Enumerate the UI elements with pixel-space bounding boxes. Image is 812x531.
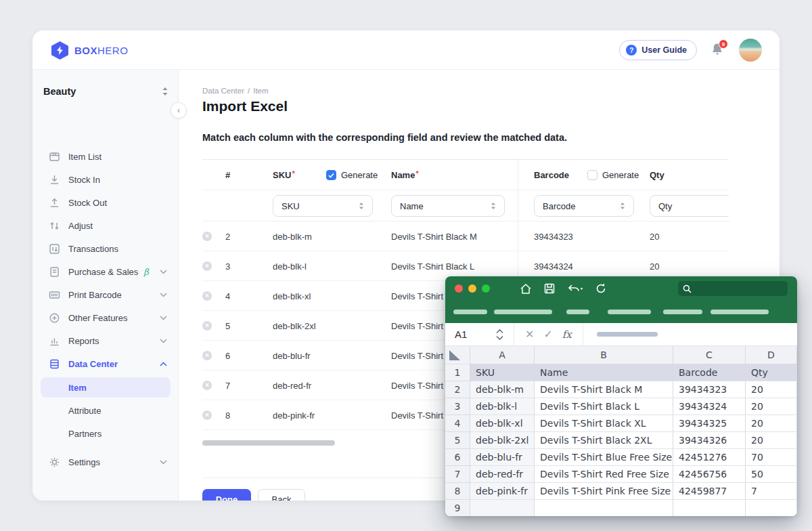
zoom-window-button[interactable] (482, 284, 490, 293)
sidebar-item-transactions[interactable]: Transactions (41, 238, 170, 259)
excel-window[interactable]: A1 ✕ ✓ fx ABCD1SKUNameBarcodeQty2deb-blk… (445, 276, 797, 516)
column-header-C[interactable]: C (673, 346, 746, 364)
sidebar-item-reports[interactable]: Reports (41, 331, 170, 351)
excel-cell-A6[interactable]: deb-blu-fr (470, 449, 535, 466)
barcode-generate-checkbox[interactable]: Generate (587, 160, 639, 190)
excel-cell-D2[interactable]: 20 (746, 381, 797, 398)
select-all-corner[interactable] (445, 346, 470, 364)
sku-generate-checkbox[interactable]: Generate (326, 160, 378, 190)
sidebar-subitem-partners[interactable]: Partners (41, 423, 171, 444)
excel-title-bar[interactable] (445, 276, 797, 301)
ribbon-tab-placeholder[interactable] (453, 310, 487, 314)
excel-cell-A7[interactable]: deb-red-fr (470, 466, 535, 483)
excel-cell-C1[interactable]: Barcode (673, 364, 746, 381)
excel-cell-B8[interactable]: Devils T-Shirt Pink Free Size (535, 483, 673, 500)
row-header-6[interactable]: 6 (445, 449, 470, 466)
excel-cell-D5[interactable]: 20 (746, 432, 797, 449)
cell-reference-box[interactable]: A1 (455, 328, 495, 340)
remove-row-button[interactable]: × (202, 251, 212, 281)
excel-cell-A8[interactable]: deb-pink-fr (470, 483, 535, 500)
insert-function-icon[interactable]: fx (562, 328, 572, 341)
redo-icon[interactable] (595, 283, 606, 294)
excel-cell-D3[interactable]: 20 (746, 398, 797, 415)
ribbon-tab-placeholder[interactable] (566, 310, 589, 314)
avatar[interactable] (739, 39, 762, 62)
column-header-D[interactable]: D (746, 346, 797, 364)
excel-cell-A1[interactable]: SKU (470, 364, 535, 381)
sidebar-item-stock-out[interactable]: Stock Out (41, 192, 170, 213)
excel-cell-C8[interactable]: 42459877 (673, 483, 746, 500)
ribbon-tab-placeholder[interactable] (663, 310, 702, 314)
sidebar-item-settings[interactable]: Settings (41, 452, 170, 472)
sidebar-subitem-attribute[interactable]: Attribute (41, 400, 171, 421)
barcode-field-select[interactable]: Barcode (534, 195, 634, 217)
remove-row-button[interactable]: × (202, 400, 212, 430)
confirm-entry-icon[interactable]: ✓ (543, 328, 552, 341)
cancel-entry-icon[interactable]: ✕ (525, 328, 534, 341)
cell-ref-stepper-icon[interactable] (495, 328, 504, 341)
row-header-1[interactable]: 1 (445, 364, 470, 381)
row-header-5[interactable]: 5 (445, 432, 470, 449)
remove-row-button[interactable]: × (202, 281, 212, 311)
minimize-window-button[interactable] (468, 284, 476, 293)
sidebar-collapse-button[interactable]: ‹ (171, 102, 187, 119)
excel-search-field[interactable] (678, 281, 788, 296)
remove-row-button[interactable]: × (202, 370, 212, 400)
qty-field-select[interactable]: Qty (650, 195, 729, 217)
excel-cell-D8[interactable]: 7 (746, 483, 797, 500)
excel-cell-A3[interactable]: deb-blk-l (470, 398, 535, 415)
sidebar-item-purchase-sales[interactable]: Purchase & Sales β (41, 261, 170, 282)
excel-cell-A4[interactable]: deb-blk-xl (470, 415, 535, 432)
close-window-button[interactable] (455, 284, 463, 293)
excel-cell-C4[interactable]: 39434325 (673, 415, 746, 432)
remove-row-button[interactable]: × (202, 311, 212, 341)
horizontal-scrollbar[interactable] (202, 440, 335, 446)
row-header-2[interactable]: 2 (445, 381, 470, 398)
excel-cell-C3[interactable]: 39434324 (673, 398, 746, 415)
team-switcher[interactable]: Beauty (43, 82, 168, 101)
name-field-select[interactable]: Name (391, 195, 505, 217)
breadcrumb-section[interactable]: Data Center (202, 87, 244, 95)
back-button[interactable]: Back (258, 489, 305, 501)
column-header-B[interactable]: B (535, 346, 673, 364)
excel-cell-D7[interactable]: 50 (746, 466, 797, 483)
excel-cell-C5[interactable]: 39434326 (673, 432, 746, 449)
excel-cell-A9[interactable] (470, 500, 535, 516)
notifications-button[interactable]: 9 (710, 42, 725, 58)
excel-cell-B9[interactable] (535, 500, 673, 516)
breadcrumb-page[interactable]: Item (253, 87, 268, 95)
excel-cell-D1[interactable]: Qty (746, 364, 797, 381)
checkbox-checked[interactable] (326, 170, 336, 180)
sidebar-item-adjust[interactable]: Adjust (41, 215, 170, 236)
row-header-8[interactable]: 8 (445, 483, 470, 500)
excel-cell-C2[interactable]: 39434323 (673, 381, 746, 398)
checkbox-unchecked[interactable] (587, 170, 597, 180)
ribbon-tab-placeholder[interactable] (608, 310, 651, 314)
excel-cell-C9[interactable] (673, 500, 746, 516)
remove-row-button[interactable]: × (202, 221, 212, 251)
row-header-9[interactable]: 9 (445, 500, 470, 516)
boxhero-logo[interactable]: BOXHERO (51, 41, 128, 60)
excel-cell-B3[interactable]: Devils T-Shirt Black L (535, 398, 673, 415)
excel-cell-B2[interactable]: Devils T-Shirt Black M (535, 381, 673, 398)
done-button[interactable]: Done (202, 489, 251, 501)
user-guide-button[interactable]: ? User Guide (619, 40, 697, 60)
sidebar-item-stock-in[interactable]: Stock In (41, 169, 170, 190)
excel-cell-D6[interactable]: 70 (746, 449, 797, 466)
excel-cell-B6[interactable]: Devils T-Shirt Blue Free Size (535, 449, 673, 466)
sidebar-item-other-features[interactable]: Other Features (41, 307, 170, 328)
excel-cell-A5[interactable]: deb-blk-2xl (470, 432, 535, 449)
excel-cell-B4[interactable]: Devils T-Shirt Black XL (535, 415, 673, 432)
row-header-3[interactable]: 3 (445, 398, 470, 415)
excel-cell-A2[interactable]: deb-blk-m (470, 381, 535, 398)
sidebar-item-print-barcode[interactable]: Print Barcode (41, 284, 170, 305)
excel-cell-B5[interactable]: Devils T-Shirt Black 2XL (535, 432, 673, 449)
remove-row-button[interactable]: × (202, 341, 212, 370)
excel-cell-D9[interactable] (746, 500, 797, 516)
undo-icon[interactable] (567, 284, 583, 294)
excel-cell-C6[interactable]: 42451276 (673, 449, 746, 466)
row-header-4[interactable]: 4 (445, 415, 470, 432)
excel-cell-B7[interactable]: Devils T-Shirt Red Free Size (535, 466, 673, 483)
row-header-7[interactable]: 7 (445, 466, 470, 483)
excel-cell-C7[interactable]: 42456756 (673, 466, 746, 483)
